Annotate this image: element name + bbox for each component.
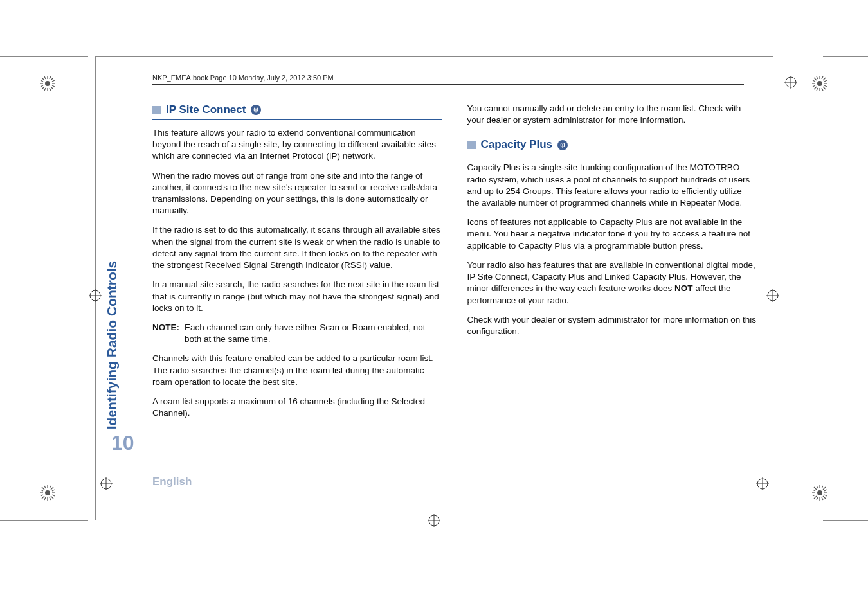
column-right: You cannot manually add or delete an ent… xyxy=(467,103,757,427)
svg-line-60 xyxy=(814,87,817,89)
body-text: When the radio moves out of range from o… xyxy=(152,170,442,217)
svg-line-42 xyxy=(51,487,53,490)
svg-point-52 xyxy=(817,81,822,86)
svg-line-26 xyxy=(42,87,44,89)
side-label: Identifying Radio Controls xyxy=(111,241,131,447)
svg-line-82 xyxy=(813,490,815,491)
svg-line-23 xyxy=(42,78,44,80)
register-mark-icon xyxy=(766,289,779,302)
svg-point-18 xyxy=(45,81,50,86)
svg-line-27 xyxy=(44,76,46,79)
svg-line-25 xyxy=(51,78,53,80)
note-block: NOTE: Each channel can only have either … xyxy=(152,322,442,345)
svg-line-33 xyxy=(52,80,55,82)
body-text: A roam list supports a maximum of 16 cha… xyxy=(152,396,442,419)
body-text: In a manual site search, the radio searc… xyxy=(152,279,442,314)
sunburst-icon xyxy=(40,76,55,91)
heading-title: Capacity Plus xyxy=(481,138,553,152)
register-mark-icon xyxy=(756,477,769,490)
svg-line-31 xyxy=(41,80,43,82)
svg-line-58 xyxy=(823,87,826,89)
svg-line-47 xyxy=(50,497,51,500)
svg-line-80 xyxy=(817,497,818,500)
note-label: NOTE: xyxy=(152,322,179,345)
svg-point-69 xyxy=(817,490,822,495)
svg-line-57 xyxy=(814,78,817,80)
body-text: Your radio also has features that are av… xyxy=(467,260,757,306)
svg-line-28 xyxy=(50,76,51,79)
svg-line-83 xyxy=(813,495,815,496)
svg-point-35 xyxy=(45,490,50,495)
svg-line-43 xyxy=(42,496,44,499)
svg-line-32 xyxy=(41,85,43,87)
svg-line-34 xyxy=(52,85,55,87)
svg-line-46 xyxy=(44,497,46,500)
svg-line-41 xyxy=(51,496,53,499)
page-content: NKP_EMEA.book Page 10 Monday, July 2, 20… xyxy=(111,74,756,517)
heading-title: IP Site Connect xyxy=(166,103,246,118)
heading-bullet-icon xyxy=(467,141,476,149)
body-text: Icons of features not applicable to Capa… xyxy=(467,217,757,252)
sunburst-icon xyxy=(812,76,827,91)
page-number: 10 xyxy=(111,431,134,455)
register-mark-icon xyxy=(100,477,113,490)
svg-line-75 xyxy=(823,496,826,499)
svg-line-76 xyxy=(823,487,826,490)
svg-line-29 xyxy=(44,88,46,91)
svg-line-65 xyxy=(813,80,815,82)
svg-line-85 xyxy=(824,495,827,496)
column-left: IP Site Connect This feature allows your… xyxy=(152,103,442,427)
svg-line-40 xyxy=(42,487,44,490)
sunburst-icon xyxy=(40,485,55,501)
sunburst-icon xyxy=(812,485,827,501)
heading-capacity-plus: Capacity Plus xyxy=(467,138,757,152)
svg-line-68 xyxy=(824,85,827,87)
body-text: Check with your dealer or system adminis… xyxy=(467,314,757,337)
body-text: Capacity Plus is a single-site trunking … xyxy=(467,162,757,209)
svg-line-50 xyxy=(52,490,55,491)
antenna-badge-icon xyxy=(557,140,568,150)
svg-line-66 xyxy=(813,85,815,87)
body-text: This feature allows your radio to extend… xyxy=(152,127,442,163)
svg-line-59 xyxy=(823,78,826,80)
heading-ip-site-connect: IP Site Connect xyxy=(152,103,442,118)
svg-line-61 xyxy=(817,76,818,79)
svg-line-51 xyxy=(52,495,55,496)
running-header: NKP_EMEA.book Page 10 Monday, July 2, 20… xyxy=(152,74,756,82)
svg-line-84 xyxy=(824,490,827,491)
svg-line-49 xyxy=(41,495,43,496)
svg-line-78 xyxy=(817,486,818,488)
svg-line-67 xyxy=(824,80,827,82)
svg-line-64 xyxy=(822,88,823,91)
heading-bullet-icon xyxy=(152,106,161,114)
antenna-badge-icon xyxy=(251,105,261,115)
svg-line-45 xyxy=(50,486,51,488)
register-mark-icon xyxy=(784,76,797,89)
svg-line-24 xyxy=(51,87,53,89)
svg-line-62 xyxy=(822,76,823,79)
svg-line-81 xyxy=(822,497,823,500)
heading-rule xyxy=(467,154,757,154)
body-text: You cannot manually add or delete an ent… xyxy=(467,103,757,126)
language-label: English xyxy=(152,475,192,488)
svg-line-63 xyxy=(817,88,818,91)
register-mark-icon xyxy=(89,289,102,302)
body-text: If the radio is set to do this automatic… xyxy=(152,224,442,271)
svg-line-79 xyxy=(822,486,823,488)
header-rule xyxy=(152,84,744,85)
svg-line-77 xyxy=(814,496,817,499)
svg-line-44 xyxy=(44,486,46,488)
heading-rule xyxy=(152,119,442,120)
svg-line-74 xyxy=(814,487,817,490)
note-text: Each channel can only have either Scan o… xyxy=(185,322,442,345)
svg-line-48 xyxy=(41,490,43,491)
svg-line-30 xyxy=(50,88,51,91)
side-label-text: Identifying Radio Controls xyxy=(104,261,120,430)
body-text: Channels with this feature enabled can b… xyxy=(152,353,442,388)
